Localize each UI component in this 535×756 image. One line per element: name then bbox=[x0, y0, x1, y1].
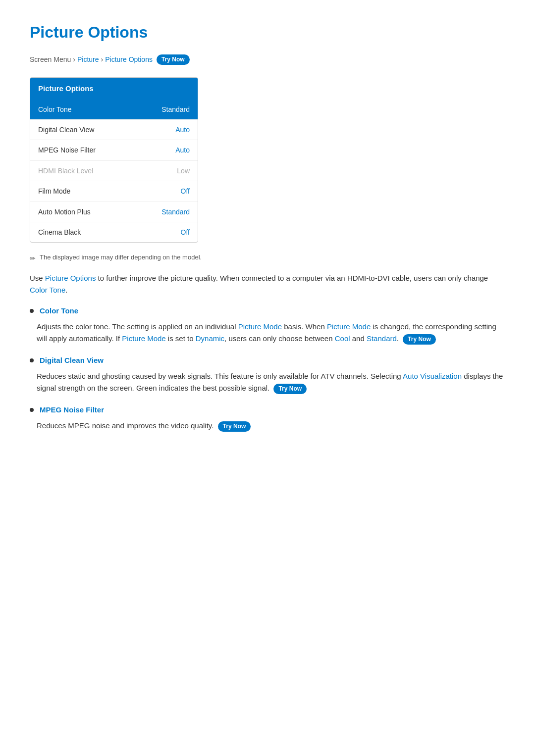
color-tone-picture-mode-link-1[interactable]: Picture Mode bbox=[238, 322, 282, 331]
menu-row-mpeg-noise-filter-value: Auto bbox=[175, 145, 190, 155]
breadcrumb: Screen Menu › Picture › Picture Options … bbox=[30, 54, 505, 65]
pencil-icon: ✏ bbox=[30, 253, 36, 264]
menu-row-color-tone-label: Color Tone bbox=[38, 104, 71, 115]
section-digital-clean-view: Digital Clean View Reduces static and gh… bbox=[30, 354, 505, 394]
section-mpeg-noise-filter-title: MPEG Noise Filter bbox=[30, 404, 505, 416]
menu-row-film-mode[interactable]: Film Mode Off bbox=[30, 181, 198, 202]
bullet-icon-2 bbox=[30, 358, 34, 362]
menu-row-film-mode-label: Film Mode bbox=[38, 186, 70, 197]
mpeg-noise-filter-try-now-badge[interactable]: Try Now bbox=[218, 421, 251, 432]
menu-row-color-tone-value: Standard bbox=[161, 104, 190, 115]
breadcrumb-sep-1: › bbox=[73, 54, 75, 65]
menu-row-cinema-black-label: Cinema Black bbox=[38, 227, 81, 238]
breadcrumb-sep-2: › bbox=[101, 54, 104, 65]
breadcrumb-picture-options[interactable]: Picture Options bbox=[105, 54, 153, 65]
section-mpeg-noise-filter-body: Reduces MPEG noise and improves the vide… bbox=[30, 420, 505, 432]
menu-row-cinema-black[interactable]: Cinema Black Off bbox=[30, 222, 198, 242]
intro-paragraph: Use Picture Options to further improve t… bbox=[30, 272, 505, 296]
auto-visualization-link[interactable]: Auto Visualization bbox=[403, 372, 462, 380]
color-tone-dynamic-link[interactable]: Dynamic bbox=[196, 334, 224, 343]
section-digital-clean-view-link[interactable]: Digital Clean View bbox=[40, 354, 104, 366]
color-tone-picture-mode-link-2[interactable]: Picture Mode bbox=[327, 322, 371, 331]
menu-row-mpeg-noise-filter-label: MPEG Noise Filter bbox=[38, 145, 96, 155]
page-title: Picture Options bbox=[30, 20, 505, 45]
menu-row-color-tone[interactable]: Color Tone Standard bbox=[30, 100, 198, 120]
color-tone-try-now-badge[interactable]: Try Now bbox=[403, 334, 436, 345]
menu-row-digital-clean-view-value: Auto bbox=[175, 124, 190, 135]
breadcrumb-picture[interactable]: Picture bbox=[77, 54, 99, 65]
note-text: The displayed image may differ depending… bbox=[40, 252, 202, 263]
menu-row-digital-clean-view-label: Digital Clean View bbox=[38, 124, 94, 135]
intro-color-tone-link[interactable]: Color Tone bbox=[30, 286, 65, 294]
section-mpeg-noise-filter: MPEG Noise Filter Reduces MPEG noise and… bbox=[30, 404, 505, 432]
color-tone-standard-link[interactable]: Standard bbox=[367, 334, 397, 343]
breadcrumb-try-now-badge[interactable]: Try Now bbox=[157, 54, 190, 65]
menu-row-cinema-black-value: Off bbox=[181, 227, 190, 238]
menu-row-auto-motion-plus[interactable]: Auto Motion Plus Standard bbox=[30, 202, 198, 222]
section-color-tone-title: Color Tone bbox=[30, 305, 505, 317]
menu-row-hdmi-black-level-label: HDMI Black Level bbox=[38, 165, 93, 176]
sections-list: Color Tone Adjusts the color tone. The s… bbox=[30, 305, 505, 432]
bullet-icon bbox=[30, 309, 34, 313]
note-row: ✏ The displayed image may differ dependi… bbox=[30, 252, 505, 264]
menu-row-hdmi-black-level: HDMI Black Level Low bbox=[30, 161, 198, 181]
menu-row-film-mode-value: Off bbox=[181, 186, 190, 197]
menu-row-auto-motion-plus-label: Auto Motion Plus bbox=[38, 206, 91, 217]
section-digital-clean-view-body: Reduces static and ghosting caused by we… bbox=[30, 370, 505, 394]
section-color-tone: Color Tone Adjusts the color tone. The s… bbox=[30, 305, 505, 345]
section-digital-clean-view-title: Digital Clean View bbox=[30, 354, 505, 366]
color-tone-cool-link[interactable]: Cool bbox=[335, 334, 350, 343]
digital-clean-view-try-now-badge[interactable]: Try Now bbox=[273, 384, 307, 394]
menu-row-mpeg-noise-filter[interactable]: MPEG Noise Filter Auto bbox=[30, 140, 198, 160]
menu-row-hdmi-black-level-value: Low bbox=[177, 165, 190, 176]
menu-row-auto-motion-plus-value: Standard bbox=[161, 206, 190, 217]
section-color-tone-body: Adjusts the color tone. The setting is a… bbox=[30, 321, 505, 345]
breadcrumb-screen-menu: Screen Menu bbox=[30, 54, 71, 65]
section-color-tone-link[interactable]: Color Tone bbox=[40, 305, 78, 317]
bullet-icon-3 bbox=[30, 408, 34, 412]
color-tone-picture-mode-link-3[interactable]: Picture Mode bbox=[122, 334, 165, 343]
menu-row-digital-clean-view[interactable]: Digital Clean View Auto bbox=[30, 120, 198, 140]
picture-options-menu: Picture Options Color Tone Standard Digi… bbox=[30, 77, 198, 243]
section-mpeg-noise-filter-link[interactable]: MPEG Noise Filter bbox=[40, 404, 104, 416]
menu-header: Picture Options bbox=[30, 78, 198, 100]
intro-picture-options-link[interactable]: Picture Options bbox=[45, 274, 96, 282]
